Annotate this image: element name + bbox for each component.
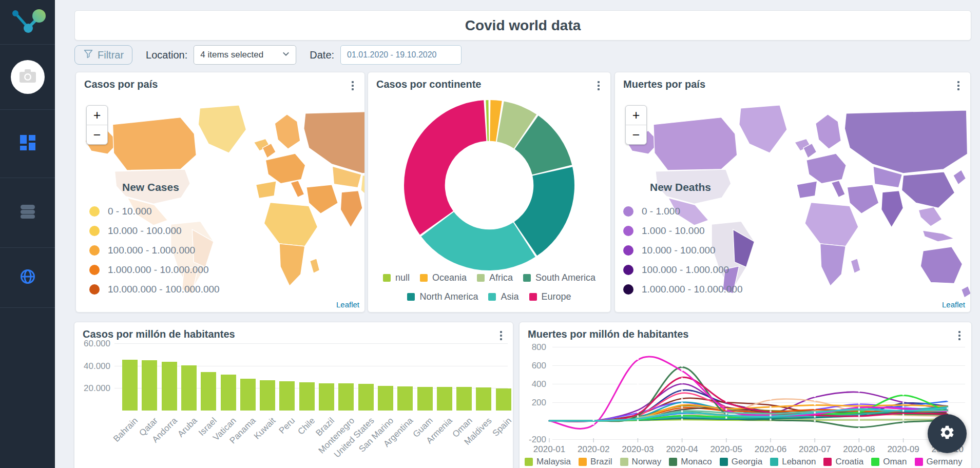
dashboard-stage: Covid world data Filtrar Location: 4 ite… [0, 0, 980, 468]
bar-Argentina[interactable] [397, 386, 413, 411]
donut-legend-item[interactable]: Europe [529, 291, 571, 302]
zoom-out-button[interactable]: − [87, 125, 107, 144]
map-region-greenland[interactable] [739, 105, 787, 153]
panel-menu-icon[interactable] [350, 80, 355, 92]
map-region-mideast[interactable] [306, 185, 338, 214]
map-region-australia[interactable] [920, 247, 962, 283]
bar-Vatican[interactable] [221, 375, 236, 411]
legend-color-dot [89, 245, 100, 256]
map-region-russia[interactable] [844, 110, 967, 173]
x-axis-category: Kuwait [252, 416, 278, 441]
bar-Aruba[interactable] [181, 365, 197, 411]
location-select[interactable]: 4 items selected [194, 45, 296, 65]
sidebar-item-dashboards[interactable] [0, 110, 55, 178]
map-region-westeurope[interactable] [265, 153, 305, 184]
bar-United-States[interactable] [358, 384, 374, 411]
donut-legend-item[interactable]: Africa [477, 272, 513, 283]
map-region-madagascar[interactable] [851, 259, 860, 274]
map-region-scandinavia[interactable] [275, 114, 300, 149]
line-legend-item[interactable]: Croatia [823, 457, 863, 467]
map-region-africa_south[interactable] [820, 244, 846, 286]
map-region-russia[interactable] [304, 110, 364, 173]
donut-legend-item[interactable]: North America [407, 291, 478, 302]
legend-swatch [669, 458, 677, 466]
map-region-africa_south[interactable] [279, 244, 305, 286]
map-region-seasia[interactable] [918, 207, 942, 226]
donut-legend-item[interactable]: Oceania [420, 272, 467, 283]
map-region-canada[interactable] [654, 118, 737, 170]
donut-legend-item[interactable]: South America [523, 272, 595, 283]
sidebar-item-world[interactable] [0, 248, 55, 308]
bar-Kuwait[interactable] [260, 380, 275, 411]
map-region-scandinavia[interactable] [816, 114, 841, 149]
filter-button[interactable]: Filtrar [74, 45, 132, 65]
bar-Oman[interactable] [456, 387, 472, 411]
map-region-india[interactable] [881, 191, 904, 227]
settings-fab-button[interactable] [928, 414, 967, 453]
bar-Spain[interactable] [496, 388, 511, 411]
map-region-greenland[interactable] [198, 105, 246, 153]
bar-Brazil[interactable] [319, 383, 334, 411]
legend-swatch [420, 274, 428, 282]
sidebar-item-logo[interactable] [0, 0, 55, 45]
line-legend-item[interactable]: Lebanon [770, 457, 816, 467]
bar-Armenia[interactable] [437, 387, 452, 411]
donut-legend-item[interactable]: null [383, 272, 410, 283]
sidebar-item-profile[interactable] [0, 45, 55, 110]
map-region-westeurope[interactable] [806, 153, 846, 184]
donut-slice-null[interactable] [486, 100, 489, 141]
bar-Israel[interactable] [201, 372, 216, 411]
legend-label: South America [535, 272, 595, 283]
legend-swatch [620, 458, 628, 466]
legend-label: Brazil [590, 457, 612, 467]
line-legend-item[interactable]: Oman [871, 457, 907, 467]
panel-menu-icon[interactable] [956, 80, 961, 92]
map-region-africa_north[interactable] [805, 202, 858, 246]
bar-Bahrain[interactable] [122, 360, 138, 411]
line-legend-item[interactable]: Monaco [669, 457, 712, 467]
map-region-italy[interactable] [831, 181, 845, 198]
bar-San-Marino[interactable] [378, 386, 393, 411]
zoom-in-button[interactable]: + [626, 106, 646, 125]
zoom-in-button[interactable]: + [87, 106, 107, 125]
bar-Montenegro[interactable] [338, 383, 354, 411]
line-legend-item[interactable]: Norway [620, 457, 662, 467]
zoom-out-button[interactable]: − [626, 125, 646, 144]
map-region-madagascar[interactable] [310, 259, 320, 274]
bar-Panama[interactable] [240, 379, 256, 411]
map-region-india[interactable] [340, 191, 362, 227]
bar-Chile[interactable] [299, 382, 315, 411]
x-axis-tick: 2020-07 [794, 444, 835, 455]
legend-label: Asia [501, 291, 518, 302]
map-region-nz[interactable] [962, 286, 970, 298]
map-region-japan[interactable] [953, 170, 966, 185]
bar-Maldives[interactable] [476, 387, 491, 411]
line-legend-item[interactable]: Malaysia [525, 457, 571, 467]
new-cases-legend: New Cases 0 - 10.00010.000 - 100.000100.… [89, 181, 220, 299]
donut-slice-Europe[interactable] [404, 100, 486, 235]
map-region-mideast[interactable] [847, 185, 879, 214]
leaflet-attribution[interactable]: Leaflet [336, 300, 359, 309]
map-region-china[interactable] [901, 172, 954, 208]
line-legend-item[interactable]: Germany [915, 457, 963, 467]
legend-label: Lebanon [782, 457, 816, 467]
sidebar-item-data[interactable] [0, 178, 55, 248]
line-legend-item[interactable]: Georgia [720, 457, 762, 467]
bar-Peru[interactable] [279, 381, 295, 411]
legend-swatch [720, 458, 728, 466]
map-region-canada[interactable] [112, 118, 196, 170]
leaflet-attribution[interactable]: Leaflet [942, 300, 965, 309]
bar-Andorra[interactable] [162, 362, 177, 411]
x-axis-tick: 2020-05 [706, 444, 747, 455]
date-range-input[interactable]: 01.01.2020 - 19.10.2020 [340, 45, 462, 65]
map-region-indonesia[interactable] [923, 230, 954, 242]
bar-Qatar[interactable] [142, 360, 157, 411]
map-region-iberia[interactable] [256, 181, 276, 199]
line-legend-item[interactable]: Brazil [579, 457, 612, 467]
donut-legend-item[interactable]: Asia [488, 291, 518, 302]
globe-icon [20, 268, 36, 287]
map-region-africa_north[interactable] [264, 202, 317, 246]
bar-Guam[interactable] [417, 387, 433, 411]
map-region-iberia[interactable] [797, 181, 817, 199]
map-region-italy[interactable] [291, 181, 304, 198]
